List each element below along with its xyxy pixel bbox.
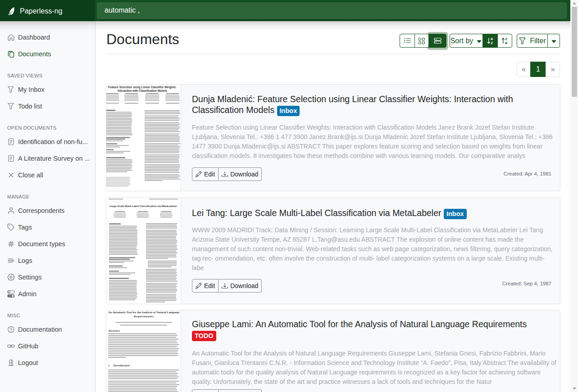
svg-text:1. Introduction: 1. Introduction: [108, 364, 130, 367]
svg-text:Requirements: Requirements: [134, 315, 154, 318]
svg-text:Large Scale Multi-Label Classi: Large Scale Multi-Label Classification v…: [109, 205, 177, 207]
svg-text:Abstract: Abstract: [108, 329, 120, 333]
svg-text:Interaction with Classificatio: Interaction with Classification Models: [118, 89, 167, 92]
svg-text:An Automatic Tool for the Anal: An Automatic Tool for the Analysis of Na…: [108, 311, 179, 314]
svg-text:Z: Z: [491, 41, 493, 45]
svg-text:A: A: [505, 41, 508, 45]
